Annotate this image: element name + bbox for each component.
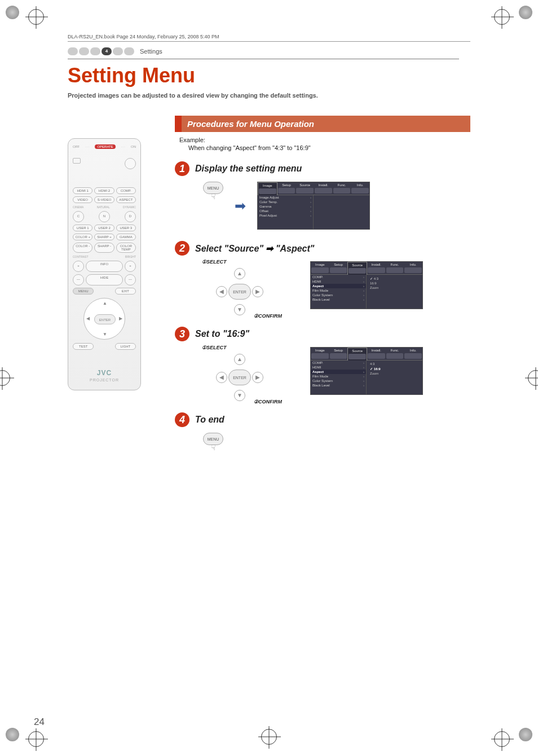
press-hand-icon: ☟ (211, 192, 216, 201)
osd-item-aspect: Aspect› (311, 370, 366, 374)
remote-user1-button: USER 1 (73, 225, 92, 231)
osd-tab-image: Image (311, 262, 329, 275)
osd-tab-func: Func. (333, 182, 351, 195)
crop-mark-tr (510, 6, 532, 28)
osd-value-zoom: Zoom (369, 371, 420, 376)
dpad-up-icon: ▲ (234, 354, 245, 365)
remote-dpad: ▲ ▼ ◀ ▶ ENTER (83, 298, 125, 340)
remote-bright-minus: — (125, 274, 136, 285)
step-2-heading: 2 Select "Source" ➡ "Aspect" (175, 241, 470, 256)
crop-mark-right (528, 370, 538, 386)
example-label: Example: (179, 137, 470, 143)
osd-step-3: Image Setup Source Install. Func. Info. … (310, 347, 423, 395)
dpad-enter-button: ENTER (228, 370, 251, 385)
osd-value-4-3: 4:3 (369, 276, 420, 281)
remote-comp-button: COMP. (116, 187, 136, 194)
dpad-right-icon: ▶ (252, 286, 263, 297)
section-tab-label: Settings (140, 48, 162, 55)
remote-test-button: TEST (73, 343, 94, 350)
osd-item: COMP.› (311, 275, 366, 279)
remote-menu-button: MENU (73, 288, 94, 295)
step-4-title: To end (195, 415, 224, 425)
book-header: DLA-RS2U_EN.book Page 24 Monday, Februar… (68, 34, 470, 42)
remote-hdmi2-button: HDMI 2 (94, 187, 114, 194)
remote-light-button: LIGHT (115, 343, 136, 350)
remote-operate-label: OPERATE (95, 144, 115, 149)
osd-tab-image: Image (258, 182, 277, 195)
osd-tab-func: Func. (386, 262, 404, 275)
crop-mark-br (510, 728, 532, 750)
remote-standby-button (73, 158, 81, 164)
select-annotation: ①SELECT (202, 259, 227, 265)
remote-svideo-button: S-VIDEO (94, 196, 114, 203)
remote-diagram: OFF ····· OPERATE ····· ON HDMI 1 HDMI 2… (68, 138, 141, 390)
osd-value-zoom: Zoom (369, 285, 420, 290)
remote-contrast-label: CONTRAST (73, 255, 89, 258)
step-1-heading: 1 Display the setting menu (175, 161, 470, 176)
remote-power-button (125, 158, 136, 169)
section-tabs: 4 Settings (68, 47, 504, 55)
step-3-heading: 3 Set to "16:9" (175, 327, 470, 341)
remote-colorminus-button: COLOR - (73, 243, 92, 253)
osd-tab-info: Info. (351, 182, 369, 195)
remote-enter-button: ENTER (94, 314, 116, 324)
remote-off-label: OFF (73, 145, 80, 148)
step-4-heading: 4 To end (175, 412, 470, 427)
step-2-number: 2 (175, 241, 189, 256)
crop-mark-left (0, 370, 10, 386)
dpad-left-icon: ◀ (216, 372, 227, 383)
osd-tab-info: Info. (404, 262, 422, 275)
osd-tab-source: Source (347, 348, 367, 361)
remote-on-label: ON (131, 145, 136, 148)
crop-mark-tl (6, 6, 28, 28)
remote-cinema-label: CINEMA (73, 205, 83, 209)
osd-item-aspect: Aspect› (311, 284, 366, 288)
osd-tab-info: Info. (404, 348, 422, 361)
select-annotation: ①SELECT (202, 345, 227, 350)
osd-tab-setup: Setup (277, 182, 296, 195)
osd-item: Color System› (311, 379, 366, 383)
remote-user3-button: USER 3 (116, 225, 136, 231)
osd-tab-source: Source (296, 182, 314, 195)
remote-gamma-button: GAMMA (116, 234, 136, 240)
remote-colortemp-button: COLOR TEMP (116, 243, 136, 253)
remote-aspect-button: ASPECT (116, 196, 136, 203)
step-1-menu-button: MENU ☟ (203, 182, 223, 201)
remote-sharpplus-button: SHARP + (94, 234, 114, 240)
crop-mark-bottom (261, 729, 277, 745)
step-3-number: 3 (175, 327, 189, 341)
page-title: Setting Menu (68, 64, 504, 87)
remote-down-icon: ▼ (103, 332, 107, 337)
section-underline (68, 59, 459, 59)
remote-left-icon: ◀ (86, 316, 90, 321)
remote-natural-button: N (99, 211, 110, 222)
remote-dynamic-label: DYNAMIC (123, 205, 136, 209)
osd-item: Gamma› (258, 204, 313, 209)
remote-right-icon: ▶ (119, 316, 122, 321)
remote-up-icon: ▲ (103, 301, 107, 306)
osd-value-16-9: 16:9 (369, 366, 420, 371)
osd-tab-install: Install. (314, 182, 333, 195)
remote-natural-label: NATURAL (97, 205, 110, 209)
remote-contrast-minus: — (73, 274, 84, 285)
arrow-right-icon: ➡ (235, 198, 246, 214)
dpad-up-icon: ▲ (234, 268, 245, 279)
manual-page: DLA-RS2U_EN.book Page 24 Monday, Februar… (0, 0, 538, 756)
osd-tab-install: Install. (367, 262, 386, 275)
remote-sharpminus-button: SHARP - (94, 243, 114, 253)
intro-text: Projected images can be adjusted to a de… (68, 92, 504, 99)
confirm-annotation: ②CONFIRM (254, 313, 282, 319)
osd-item: Black Level› (311, 383, 366, 388)
osd-step-2: Image Setup Source Install. Func. Info. … (310, 261, 423, 309)
osd-item: HDMI› (311, 279, 366, 284)
dpad-down-icon: ▼ (234, 304, 245, 315)
dpad: ▲ ▼ ◀ ▶ ENTER (216, 354, 263, 401)
step-4-menu-button: MENU ☟ (203, 433, 223, 452)
remote-bright-plus: + (125, 261, 136, 272)
step-4-number: 4 (175, 412, 189, 427)
osd-tab-setup: Setup (329, 348, 348, 361)
crop-mark-bl (6, 728, 28, 750)
osd-value-4-3: 4:3 (369, 362, 420, 366)
dpad: ▲ ▼ ◀ ▶ ENTER (216, 268, 263, 315)
press-hand-icon: ☟ (211, 443, 216, 452)
